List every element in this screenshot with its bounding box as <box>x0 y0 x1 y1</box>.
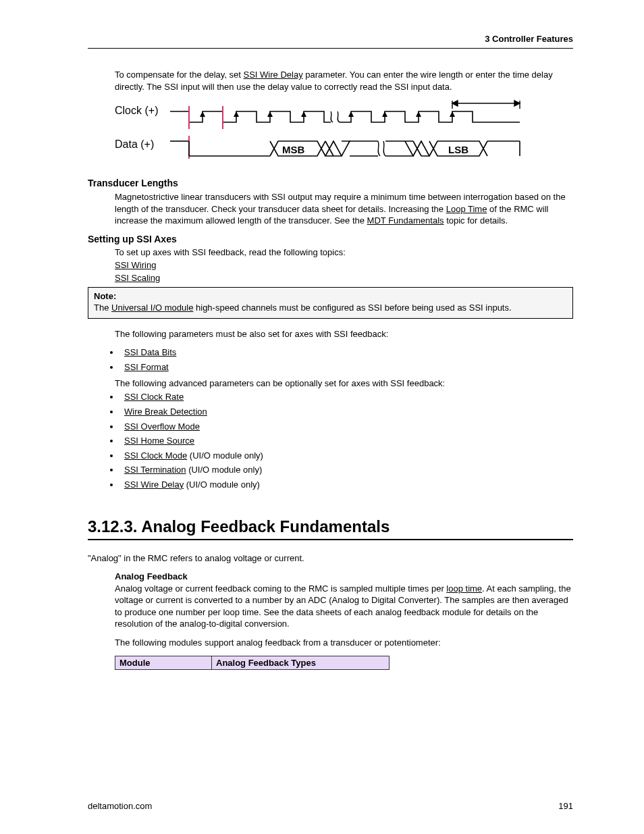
link-ssi-overflow-mode[interactable]: SSI Overflow Mode <box>124 421 200 432</box>
heading-transducer-lengths: Transducer Lengths <box>88 178 573 188</box>
intro-paragraph: To compensate for the delay, set SSI Wir… <box>88 69 573 93</box>
list-item: SSI Wire Delay (UI/O module only) <box>120 479 573 491</box>
data-label: Data (+) <box>115 138 154 150</box>
svg-marker-11 <box>348 111 354 117</box>
list-item: SSI Data Bits <box>120 346 573 359</box>
svg-marker-10 <box>301 111 306 117</box>
page-content: To compensate for the delay, set SSI Wir… <box>88 68 573 787</box>
params-must-intro: The following parameters must be also se… <box>88 328 573 340</box>
link-universal-io-module[interactable]: Universal I/O module <box>111 303 193 313</box>
heading-analog-feedback: Analog Feedback <box>88 571 573 581</box>
svg-marker-13 <box>416 111 421 117</box>
list-item: SSI Termination (UI/O module only) <box>120 464 573 476</box>
list-item: SSI Clock Rate <box>120 391 573 403</box>
link-ssi-format[interactable]: SSI Format <box>124 362 169 372</box>
msb-label: MSB <box>282 144 305 155</box>
page-number: 191 <box>558 801 573 811</box>
link-ssi-clock-mode[interactable]: SSI Clock Mode <box>124 450 187 461</box>
section-title-analog-feedback: 3.12.3. Analog Feedback Fundamentals <box>88 517 573 540</box>
link-ssi-data-bits[interactable]: SSI Data Bits <box>124 347 176 357</box>
table-header-module: Module <box>115 656 212 669</box>
note-box: Note: The Universal I/O module high-spee… <box>88 287 573 319</box>
svg-marker-2 <box>514 101 520 106</box>
setup-ssi-intro: To set up axes with SSI feedback, read t… <box>88 247 573 257</box>
link-ssi-scaling[interactable]: SSI Scaling <box>115 273 160 283</box>
list-item: SSI Overflow Mode <box>120 421 573 433</box>
svg-marker-8 <box>234 111 239 117</box>
svg-marker-12 <box>382 111 387 117</box>
svg-marker-9 <box>267 111 273 117</box>
heading-setup-ssi-axes: Setting up SSI Axes <box>88 234 573 244</box>
intro-text-pre: To compensate for the delay, set <box>115 70 244 80</box>
analog-feedback-table: Module Analog Feedback Types <box>115 656 390 670</box>
lsb-label: LSB <box>448 144 468 155</box>
params-optional-intro: The following advanced parameters can be… <box>115 378 573 388</box>
timing-diagram: Clock (+) Data (+) <box>88 99 573 167</box>
analog-feedback-p1: Analog voltage or current feedback comin… <box>88 583 573 630</box>
page-footer: deltamotion.com 191 <box>88 801 573 811</box>
page-header: 3 Controller Features <box>88 34 573 49</box>
link-ssi-wiring[interactable]: SSI Wiring <box>115 260 156 270</box>
list-item: SSI Home Source <box>120 435 573 447</box>
link-ssi-home-source[interactable]: SSI Home Source <box>124 436 194 446</box>
link-ssi-termination[interactable]: SSI Termination <box>124 465 186 475</box>
link-loop-time-2[interactable]: loop time <box>446 583 482 594</box>
link-wire-break-detection[interactable]: Wire Break Detection <box>124 407 207 417</box>
analog-feedback-p2: The following modules support analog fee… <box>88 637 573 649</box>
list-item: Wire Break Detection <box>120 406 573 418</box>
link-mdt-fundamentals[interactable]: MDT Fundamentals <box>367 215 444 226</box>
analog-intro: "Analog" in the RMC refers to analog vol… <box>88 552 573 565</box>
footer-url: deltamotion.com <box>88 801 152 811</box>
svg-marker-14 <box>450 111 455 117</box>
suffix: (UI/O module only) <box>184 479 260 490</box>
note-text-b: high-speed channels must be configured a… <box>193 303 511 313</box>
tl-text-c: topic for details. <box>444 215 508 226</box>
af-text-a: Analog voltage or current feedback comin… <box>115 583 446 594</box>
note-text-a: The <box>94 303 111 313</box>
link-ssi-wire-delay[interactable]: SSI Wire Delay <box>244 70 303 80</box>
suffix: (UI/O module only) <box>186 465 263 475</box>
list-item: SSI Clock Mode (UI/O module only) <box>120 450 573 462</box>
link-loop-time[interactable]: Loop Time <box>446 204 487 214</box>
link-ssi-clock-rate[interactable]: SSI Clock Rate <box>124 392 184 402</box>
note-label: Note: <box>94 291 116 301</box>
svg-marker-7 <box>200 111 205 117</box>
link-ssi-wire-delay-opt[interactable]: SSI Wire Delay <box>124 479 184 490</box>
table-header-types: Analog Feedback Types <box>212 656 390 669</box>
transducer-lengths-paragraph: Magnetostrictive linear transducers with… <box>88 191 573 227</box>
list-item: SSI Format <box>120 361 573 373</box>
svg-marker-1 <box>452 101 458 106</box>
clock-label: Clock (+) <box>115 105 158 116</box>
suffix: (UI/O module only) <box>187 450 263 461</box>
